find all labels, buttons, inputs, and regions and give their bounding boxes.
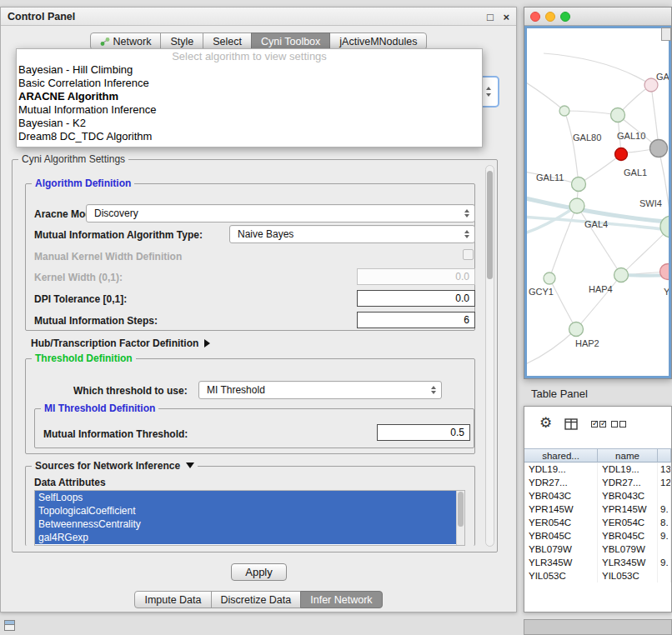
spinner-up-icon[interactable]: [486, 87, 491, 90]
table-row[interactable]: YPR145WYPR145W9.: [524, 502, 671, 516]
cell-shared-name[interactable]: YBL079W: [524, 542, 598, 556]
cell-name[interactable]: YPR145W: [598, 502, 658, 516]
dpi-tolerance-field[interactable]: 0.0: [357, 290, 475, 307]
zoom-traffic-light-icon[interactable]: [560, 12, 570, 22]
attribute-item[interactable]: SelfLoops: [35, 491, 456, 504]
cell-name[interactable]: YBR045C: [598, 529, 658, 542]
cell-shared-name[interactable]: YBR043C: [524, 489, 598, 502]
spinner-down-icon[interactable]: [486, 93, 491, 97]
table-row[interactable]: YBR045CYBR045C9.: [524, 529, 671, 542]
cell-value[interactable]: [658, 542, 671, 556]
table-row[interactable]: YLR345WYLR345W9.: [524, 556, 671, 569]
table-row[interactable]: YBR043CYBR043C: [524, 489, 671, 502]
cell-value[interactable]: 8.: [658, 516, 671, 529]
network-graph[interactable]: GAL GAL80 GAL10 GAL11 GAL1 SWI4 GAL4 GCY…: [527, 28, 670, 378]
mi-algorithm-type-combo[interactable]: Naive Bayes: [229, 225, 475, 243]
close-traffic-light-icon[interactable]: [530, 12, 540, 22]
network-node[interactable]: [572, 178, 586, 192]
tab-infer-network[interactable]: Infer Network: [300, 591, 382, 608]
mi-threshold-field[interactable]: 0.5: [377, 424, 470, 441]
cell-value[interactable]: [658, 569, 671, 582]
minimized-panel-icon[interactable]: [4, 620, 15, 631]
cell-value[interactable]: 9.: [658, 529, 671, 542]
deselect-all-icon[interactable]: [611, 421, 626, 428]
cell-name[interactable]: YLR345W: [598, 556, 658, 569]
attribute-item[interactable]: gal4RGexp: [35, 531, 456, 544]
cell-shared-name[interactable]: YDL19...: [524, 462, 598, 476]
attribute-item[interactable]: TopologicalCoefficient: [35, 504, 456, 518]
cell-name[interactable]: YER054C: [598, 516, 658, 529]
table-row[interactable]: YBL079WYBL079W: [524, 542, 671, 556]
table-row[interactable]: YDR27...YDR27...12: [524, 476, 671, 489]
float-window-icon[interactable]: □: [487, 11, 494, 23]
cell-shared-name[interactable]: YIL053C: [524, 569, 598, 582]
cell-name[interactable]: YBR043C: [598, 489, 658, 502]
cell-shared-name[interactable]: YLR345W: [524, 556, 598, 569]
tab-jactivemodules[interactable]: jActiveMNodules: [329, 32, 427, 50]
network-node[interactable]: [544, 272, 555, 284]
close-window-icon[interactable]: ×: [503, 11, 509, 23]
settings-scrollbar-thumb[interactable]: [487, 171, 493, 279]
network-node-gray[interactable]: [650, 140, 668, 158]
collapsed-arrow-icon[interactable]: [204, 339, 210, 348]
column-selector-icon[interactable]: [564, 418, 579, 430]
manual-kernel-width-checkbox[interactable]: [463, 249, 474, 260]
aracne-mode-combo[interactable]: Discovery: [86, 204, 475, 222]
network-node[interactable]: [559, 106, 569, 116]
tab-select[interactable]: Select: [203, 32, 252, 50]
column-header-shared-name[interactable]: shared...: [524, 448, 598, 462]
column-header-partial[interactable]: [658, 448, 671, 462]
network-node[interactable]: [569, 198, 584, 213]
gear-icon[interactable]: ⚙: [539, 416, 552, 431]
kernel-width-field[interactable]: 0.0: [357, 268, 475, 285]
column-header-name[interactable]: name: [598, 448, 658, 462]
cell-name[interactable]: YDR27...: [598, 476, 658, 489]
network-node[interactable]: [660, 216, 670, 238]
algorithm-option-selected[interactable]: ARACNE Algorithm: [17, 90, 482, 103]
table-row[interactable]: YIL053CYIL053C: [524, 569, 671, 582]
select-all-icon[interactable]: [591, 421, 606, 428]
network-node[interactable]: [569, 322, 584, 337]
attribute-list-scrollbar-thumb[interactable]: [458, 492, 464, 527]
network-node-pink[interactable]: [660, 264, 671, 280]
hub-definition-section[interactable]: Hub/Transcription Factor Definition: [31, 335, 210, 350]
network-node-red[interactable]: [615, 148, 628, 161]
algorithm-option[interactable]: Dream8 DC_TDC Algorithm: [17, 130, 482, 143]
data-attributes-list[interactable]: SelfLoops TopologicalCoefficient Between…: [34, 490, 465, 546]
cell-name[interactable]: YDL19...: [598, 462, 658, 476]
settings-scrollbar[interactable]: [485, 165, 494, 547]
tab-impute-data[interactable]: Impute Data: [134, 591, 211, 608]
cell-shared-name[interactable]: YPR145W: [524, 502, 598, 516]
algorithm-option[interactable]: Bayesian - Hill Climbing: [17, 63, 482, 77]
tab-cyni-toolbox[interactable]: Cyni Toolbox: [251, 32, 330, 50]
which-threshold-combo[interactable]: MI Threshold: [198, 381, 442, 399]
cell-value[interactable]: [658, 489, 671, 502]
algorithm-option[interactable]: Basic Correlation Inference: [17, 77, 482, 90]
mi-steps-field[interactable]: 6: [357, 312, 475, 328]
tab-network[interactable]: Network: [90, 32, 162, 50]
network-node[interactable]: [614, 268, 629, 282]
tab-discretize-data[interactable]: Discretize Data: [211, 591, 302, 608]
table-row[interactable]: YER054CYER054C8.: [524, 516, 671, 529]
network-canvas[interactable]: GAL GAL80 GAL10 GAL11 GAL1 SWI4 GAL4 GCY…: [524, 26, 671, 378]
cell-name[interactable]: YIL053C: [598, 569, 658, 582]
cell-value[interactable]: 13: [658, 462, 671, 476]
apply-button[interactable]: Apply: [231, 563, 287, 581]
cell-shared-name[interactable]: YBR045C: [524, 529, 598, 542]
cell-value[interactable]: 9.: [658, 556, 671, 569]
table-row[interactable]: YDL19...YDL19...13: [524, 462, 671, 476]
minimize-traffic-light-icon[interactable]: [545, 12, 555, 22]
algorithm-option[interactable]: Mutual Information Inference: [17, 103, 482, 117]
expanded-arrow-icon[interactable]: [186, 462, 194, 468]
cell-value[interactable]: 12: [658, 476, 671, 489]
cell-shared-name[interactable]: YDR27...: [524, 476, 598, 489]
attribute-item[interactable]: BetweennessCentrality: [35, 518, 456, 531]
network-node[interactable]: [611, 108, 625, 122]
attribute-list-scrollbar[interactable]: [456, 491, 464, 545]
cell-shared-name[interactable]: YER054C: [524, 516, 598, 529]
algorithm-option[interactable]: Bayesian - K2: [17, 117, 482, 130]
cell-value[interactable]: 9.: [658, 502, 671, 516]
network-corner-widget[interactable]: [661, 28, 671, 41]
cell-name[interactable]: YBL079W: [598, 542, 658, 556]
tab-style[interactable]: Style: [160, 32, 203, 50]
